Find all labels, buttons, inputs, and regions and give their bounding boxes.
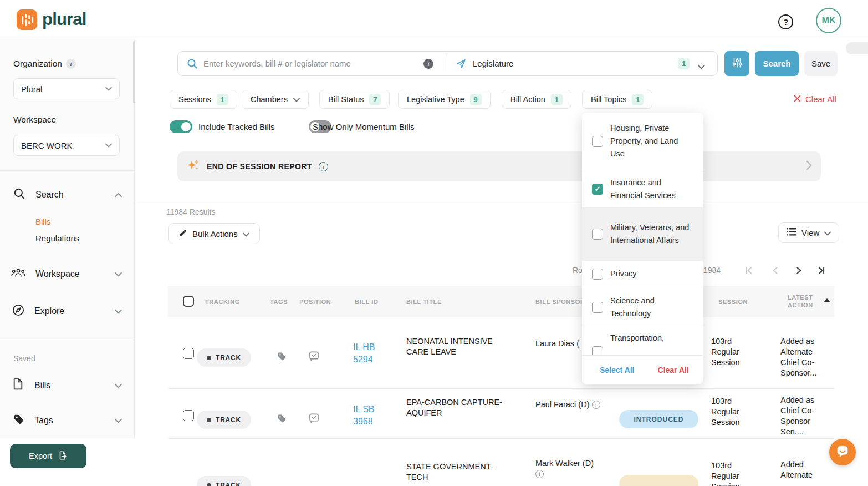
bill-id-link[interactable]: IL SB 3968: [353, 403, 386, 428]
checkbox-unchecked[interactable]: [592, 269, 603, 280]
checkbox-unchecked[interactable]: [592, 136, 603, 147]
track-dot-icon: [207, 356, 211, 360]
filter-chip-bill-status[interactable]: Bill Status 7: [319, 90, 390, 109]
save-button[interactable]: Save: [804, 51, 838, 76]
export-button[interactable]: Export: [10, 444, 86, 468]
chevron-right-icon[interactable]: [806, 160, 812, 173]
filter-chip-bill-action[interactable]: Bill Action 1: [502, 90, 571, 109]
sidebar-item-explore[interactable]: Explore: [12, 304, 122, 318]
workspace-label: Workspace: [13, 115, 56, 125]
track-button[interactable]: TRACK: [197, 348, 251, 367]
chevron-down-icon: [115, 306, 122, 316]
row-checkbox[interactable]: [183, 410, 194, 421]
sidebar-scrollbar[interactable]: [133, 41, 135, 103]
compass-icon: [12, 304, 24, 318]
col-bill-title[interactable]: BILL TITLE: [406, 298, 442, 305]
chip-label: Bill Action: [510, 95, 545, 104]
include-tracked-toggle[interactable]: [170, 120, 192, 133]
col-tracking[interactable]: TRACKING: [205, 298, 240, 305]
filter-chip-chambers[interactable]: Chambers: [242, 90, 309, 109]
next-page-button[interactable]: [794, 266, 804, 277]
organization-select[interactable]: Plural: [13, 78, 120, 99]
keyword-input[interactable]: Enter keywords, bill # or legislator nam…: [203, 59, 351, 68]
row-checkbox[interactable]: [183, 348, 194, 359]
scope-selector[interactable]: Legislature: [473, 59, 513, 68]
info-icon[interactable]: [319, 162, 328, 171]
chat-icon: [835, 444, 850, 460]
chip-count-badge: 1: [551, 94, 563, 105]
last-page-button[interactable]: [816, 266, 826, 277]
position-icon[interactable]: [309, 351, 319, 363]
topic-option-transportation[interactable]: Transportation,: [582, 327, 703, 355]
rows-per-page-fragment: Ro: [573, 266, 583, 275]
chevron-down-icon: [115, 269, 122, 279]
filter-chip-bill-topics[interactable]: Bill Topics 1: [582, 90, 652, 109]
bulk-actions-button[interactable]: Bulk Actions: [168, 223, 260, 244]
sidebar-item-bills[interactable]: Bills: [35, 217, 51, 226]
banner-title: END OF SESSION REPORT: [207, 162, 312, 171]
col-position[interactable]: POSITION: [299, 298, 331, 305]
plural-logo-icon[interactable]: [17, 9, 37, 30]
section-divider: [135, 200, 868, 200]
sidebar-item-saved-bills[interactable]: Bills: [13, 378, 122, 392]
checkbox-checked[interactable]: [592, 184, 603, 195]
sidebar-item-saved-tags[interactable]: Tags: [13, 414, 122, 427]
chevron-down-icon[interactable]: [698, 62, 705, 72]
keyword-info-icon[interactable]: [423, 59, 433, 69]
workspace-select[interactable]: BERC WORK: [13, 135, 120, 156]
sidebar-item-regulations[interactable]: Regulations: [35, 234, 79, 243]
col-tags[interactable]: TAGS: [270, 298, 288, 305]
latest-action: Added as Alternate Chief Co-Sponsor...: [780, 336, 828, 378]
prev-page-button[interactable]: [770, 266, 780, 277]
chevron-down-icon: [115, 416, 122, 426]
chip-label: Chambers: [251, 95, 288, 104]
track-button[interactable]: TRACK: [197, 411, 251, 429]
advanced-filters-button[interactable]: [724, 51, 749, 76]
view-button[interactable]: View: [778, 222, 839, 243]
chip-count-badge: 9: [470, 94, 482, 105]
topic-option-housing[interactable]: Housing, Private Property, and Land Use: [582, 113, 703, 170]
topic-option-science[interactable]: Science and Technology: [582, 287, 703, 327]
checkbox-unchecked[interactable]: [592, 302, 603, 313]
clear-all-filters-button[interactable]: Clear All: [794, 94, 836, 104]
help-icon[interactable]: ?: [778, 14, 793, 29]
position-icon[interactable]: [309, 413, 319, 426]
select-all-button[interactable]: Select All: [600, 366, 635, 374]
sidebar-item-workspace[interactable]: Workspace: [11, 268, 122, 280]
tag-icon[interactable]: [277, 352, 287, 363]
col-bill-sponsor[interactable]: BILL SPONSOR: [535, 298, 585, 305]
chip-label: Bill Status: [328, 95, 364, 104]
select-all-checkbox[interactable]: [183, 296, 194, 307]
col-bill-id[interactable]: BILL ID: [355, 298, 379, 305]
first-page-button[interactable]: [744, 266, 754, 277]
sponsor-info-icon[interactable]: [535, 470, 544, 478]
tag-icon[interactable]: [277, 414, 287, 426]
clear-all-button[interactable]: Clear All: [658, 366, 689, 374]
checkbox-unchecked[interactable]: [592, 346, 603, 355]
organization-info-icon[interactable]: [66, 59, 76, 69]
bill-topics-dropdown: Housing, Private Property, and Land Use …: [582, 113, 703, 384]
bill-title[interactable]: NEONATAL INTENSIVE CARE LEAVE: [406, 336, 501, 357]
sort-asc-icon[interactable]: [824, 298, 830, 302]
topic-option-military[interactable]: Military, Veterans, and International Af…: [582, 208, 703, 261]
end-of-session-banner[interactable]: END OF SESSION REPORT: [177, 151, 821, 181]
col-latest-action[interactable]: LATEST ACTION: [788, 293, 816, 309]
topic-option-privacy[interactable]: Privacy: [582, 261, 703, 287]
track-label: TRACK: [216, 416, 241, 424]
bill-title[interactable]: STATE GOVERNMENT-TECH: [406, 462, 501, 483]
checkbox-unchecked[interactable]: [592, 229, 603, 240]
search-button[interactable]: Search: [755, 51, 799, 76]
bill-id-link[interactable]: IL HB 5294: [353, 341, 386, 366]
row-divider: [168, 388, 834, 389]
topic-option-insurance[interactable]: Insurance and Financial Services: [582, 170, 703, 208]
filter-chip-legislative-type[interactable]: Legislative Type 9: [398, 90, 491, 109]
plural-logo-text[interactable]: plural: [42, 9, 86, 29]
sponsor-info-icon[interactable]: [592, 401, 600, 409]
track-button[interactable]: TRACK: [197, 476, 251, 486]
filter-chip-sessions[interactable]: Sessions 1: [170, 90, 237, 109]
col-session[interactable]: SESSION: [718, 298, 748, 305]
bill-title[interactable]: EPA-CARBON CAPTURE-AQUIFER: [406, 397, 506, 418]
avatar[interactable]: MK: [816, 8, 841, 33]
chat-launcher-button[interactable]: [829, 439, 856, 465]
sidebar-item-search[interactable]: Search: [13, 188, 122, 202]
